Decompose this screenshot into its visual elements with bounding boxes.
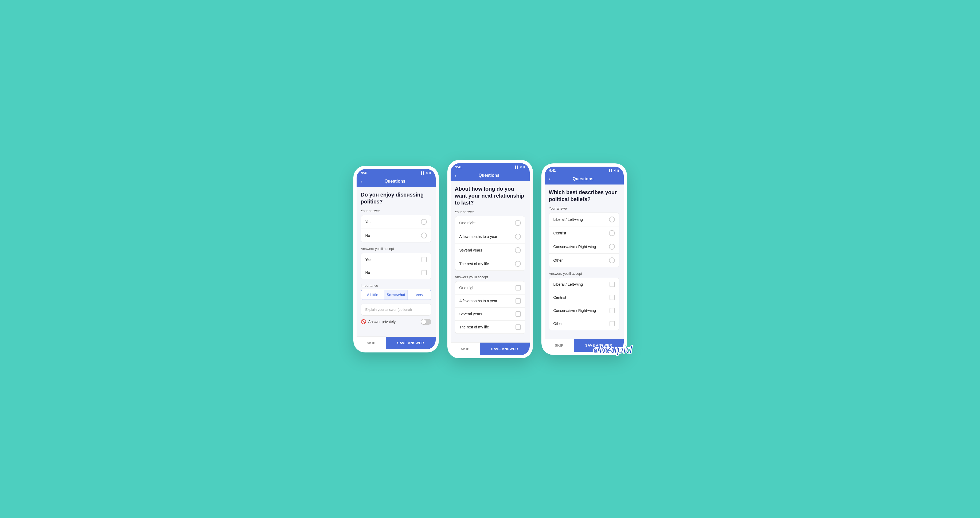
importance-very-1[interactable]: Very [408,290,431,300]
option-yes-1[interactable]: Yes [361,215,431,229]
radio-severalyears-2[interactable] [515,247,521,253]
option-centrist-3[interactable]: Centrist [549,226,619,240]
back-button-1[interactable]: ‹ [361,179,363,184]
status-icons-2: ▌▌ ⊙ ▮ [515,165,525,168]
checkbox-other-3[interactable] [609,321,615,326]
privacy-row-1: 🚫 Answer privately [361,319,431,325]
radio-no-1[interactable] [421,232,427,238]
your-answer-label-2: Your answer [455,210,525,214]
accept-label-liberal-3: Liberal / Left-wing [554,282,583,286]
nav-bar-1: ‹ Questions [356,176,436,187]
option-label-severalyears-2: Several years [460,248,482,252]
accept-label-severalyears-2: Several years [460,312,482,316]
checkbox-restoflife-2[interactable] [515,324,521,330]
accept-label-centrist-3: Centrist [554,295,566,300]
accept-label-no-1: No [365,270,370,275]
option-label-restoflife-2: The rest of my life [460,262,489,266]
importance-somewhat-1[interactable]: Somewhat [384,290,408,300]
option-label-other-3: Other [554,258,563,262]
radio-onenight-2[interactable] [515,220,521,226]
okcupid-logo: okcupid [593,344,632,355]
radio-conservative-3[interactable] [609,244,615,249]
privacy-icon-1: 🚫 [361,319,366,324]
privacy-toggle-1[interactable] [421,319,431,325]
option-restoflife-2[interactable]: The rest of my life [455,257,525,270]
accept-yes-1[interactable]: Yes [361,253,431,266]
wifi-icon-3: ⊙ [614,169,616,172]
your-answer-label-3: Your answer [549,207,619,210]
time-3: 9:41 [549,169,556,173]
checkbox-centrist-3[interactable] [609,295,615,300]
accept-conservative-3[interactable]: Conservative / Right-wing [549,304,619,317]
skip-button-3[interactable]: SKIP [545,339,574,352]
checkbox-yes-1[interactable] [422,257,427,262]
accept-label-onenight-2: One night [460,286,476,290]
checkbox-no-1[interactable] [422,270,427,275]
option-label-onenight-2: One night [460,221,476,225]
checkbox-severalyears-2[interactable] [515,311,521,317]
option-other-3[interactable]: Other [549,254,619,267]
importance-alittle-1[interactable]: A Little [361,290,385,300]
option-no-1[interactable]: No [361,229,431,242]
radio-restoflife-2[interactable] [515,261,521,267]
accept-onenight-2[interactable]: One night [455,281,525,294]
save-button-1[interactable]: SAVE ANSWER [386,337,436,349]
accept-options-2: One night A few months to a year Several… [455,281,525,334]
battery-icon-3: ▮ [617,169,619,172]
checkbox-onenight-2[interactable] [515,285,521,291]
accept-liberal-3[interactable]: Liberal / Left-wing [549,278,619,291]
status-bar-1: 9:41 ▌▌ ⊙ ▮ [356,169,436,176]
time-1: 9:41 [361,171,368,175]
accept-severalyears-2[interactable]: Several years [455,308,525,321]
checkbox-fewmonths-2[interactable] [515,298,521,303]
nav-title-3: Questions [554,176,612,181]
option-label-centrist-3: Centrist [554,231,566,235]
notch-3 [571,167,598,173]
back-button-2[interactable]: ‹ [455,173,457,178]
signal-icon-1: ▌▌ [421,172,425,174]
option-conservative-3[interactable]: Conservative / Right-wing [549,240,619,254]
radio-fewmonths-2[interactable] [515,234,521,240]
option-fewmonths-2[interactable]: A few months to a year [455,230,525,243]
importance-buttons-1: A Little Somewhat Very [361,290,431,300]
checkbox-liberal-3[interactable] [609,282,615,287]
accept-restoflife-2[interactable]: The rest of my life [455,321,525,334]
accept-other-3[interactable]: Other [549,317,619,330]
option-label-no-1: No [365,234,370,238]
question-text-3: Which best describes your political beli… [549,189,619,203]
radio-liberal-3[interactable] [609,216,615,222]
radio-centrist-3[interactable] [609,230,615,236]
scene: 9:41 ▌▌ ⊙ ▮ ‹ Questions Do you enjoy dis… [353,160,627,358]
explain-input-1[interactable]: Explain your answer (optional) [361,303,431,316]
radio-other-3[interactable] [609,257,615,263]
nav-bar-3: ‹ Questions [545,173,624,184]
phone-2-inner: 9:41 ▌▌ ⊙ ▮ ‹ Questions About how long d… [450,163,530,355]
accept-fewmonths-2[interactable]: A few months to a year [455,294,525,308]
option-severalyears-2[interactable]: Several years [455,243,525,257]
nav-title-1: Questions [366,179,425,184]
phone-footer-1: SKIP SAVE ANSWER [356,337,436,349]
battery-icon-2: ▮ [523,165,525,168]
option-liberal-3[interactable]: Liberal / Left-wing [549,213,619,226]
save-button-2[interactable]: SAVE ANSWER [480,343,530,355]
status-bar-2: 9:41 ▌▌ ⊙ ▮ [450,163,530,170]
wifi-icon-1: ⊙ [426,172,428,174]
accept-centrist-3[interactable]: Centrist [549,291,619,304]
accept-options-1: Yes No [361,253,431,279]
accept-no-1[interactable]: No [361,266,431,279]
status-icons-1: ▌▌ ⊙ ▮ [421,172,431,174]
accept-label-1: Answers you'll accept [361,247,431,251]
option-onenight-2[interactable]: One night [455,216,525,230]
skip-button-2[interactable]: SKIP [450,343,480,355]
importance-section-1: Importance A Little Somewhat Very [361,284,431,300]
checkbox-conservative-3[interactable] [609,308,615,313]
importance-label-1: Importance [361,284,431,288]
accept-label-3: Answers you'll accept [549,272,619,276]
back-button-3[interactable]: ‹ [549,176,550,182]
accept-options-3: Liberal / Left-wing Centrist Conservativ… [549,278,619,330]
option-label-conservative-3: Conservative / Right-wing [554,245,596,249]
skip-button-1[interactable]: SKIP [356,337,386,349]
radio-yes-1[interactable] [421,219,427,225]
nav-title-2: Questions [460,173,519,178]
wifi-icon-2: ⊙ [520,165,522,168]
